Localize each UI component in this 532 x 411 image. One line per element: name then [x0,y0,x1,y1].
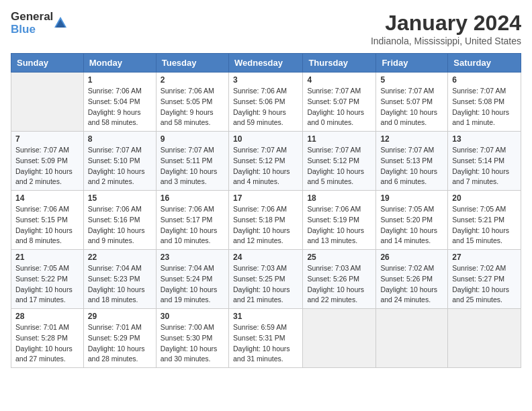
day-number: 15 [88,193,152,203]
logo-icon [53,15,68,33]
day-number: 23 [161,253,224,262]
calendar-cell: 8Sunrise: 7:07 AM Sunset: 5:10 PM Daylig… [83,132,156,191]
day-info: Sunrise: 7:07 AM Sunset: 5:12 PM Dayligh… [307,145,371,187]
day-info: Sunrise: 7:04 AM Sunset: 5:24 PM Dayligh… [161,263,224,306]
day-number: 9 [161,134,224,144]
calendar-cell: 25Sunrise: 7:03 AM Sunset: 5:26 PM Dayli… [303,250,376,309]
calendar-cell: 28Sunrise: 7:01 AM Sunset: 5:28 PM Dayli… [11,309,84,368]
day-info: Sunrise: 7:04 AM Sunset: 5:23 PM Dayligh… [88,263,152,306]
calendar-week-3: 14Sunrise: 7:06 AM Sunset: 5:15 PM Dayli… [11,191,521,250]
day-info: Sunrise: 7:07 AM Sunset: 5:12 PM Dayligh… [233,145,298,187]
calendar-cell [376,309,448,368]
day-info: Sunrise: 7:06 AM Sunset: 5:19 PM Dayligh… [307,204,371,246]
day-info: Sunrise: 7:07 AM Sunset: 5:07 PM Dayligh… [380,86,443,128]
calendar-cell: 15Sunrise: 7:06 AM Sunset: 5:16 PM Dayli… [83,191,156,250]
day-info: Sunrise: 7:07 AM Sunset: 5:09 PM Dayligh… [15,145,79,187]
calendar-cell: 20Sunrise: 7:05 AM Sunset: 5:21 PM Dayli… [448,191,521,250]
day-number: 21 [15,253,79,262]
calendar-cell: 11Sunrise: 7:07 AM Sunset: 5:12 PM Dayli… [303,132,376,191]
calendar-cell: 6Sunrise: 7:07 AM Sunset: 5:08 PM Daylig… [448,73,521,132]
day-number: 1 [88,75,152,85]
calendar-cell: 23Sunrise: 7:04 AM Sunset: 5:24 PM Dayli… [156,250,228,309]
logo-text: General Blue [11,11,53,36]
day-info: Sunrise: 7:03 AM Sunset: 5:25 PM Dayligh… [233,263,298,306]
header-cell-thursday: Thursday [303,54,376,73]
header-cell-sunday: Sunday [11,54,84,73]
day-info: Sunrise: 7:05 AM Sunset: 5:20 PM Dayligh… [380,204,443,246]
day-info: Sunrise: 7:07 AM Sunset: 5:11 PM Dayligh… [161,145,224,187]
calendar-cell: 31Sunrise: 6:59 AM Sunset: 5:31 PM Dayli… [228,309,302,368]
calendar-cell: 27Sunrise: 7:02 AM Sunset: 5:27 PM Dayli… [448,250,521,309]
day-number: 29 [88,312,152,321]
calendar-cell: 24Sunrise: 7:03 AM Sunset: 5:25 PM Dayli… [228,250,302,309]
day-info: Sunrise: 7:07 AM Sunset: 5:13 PM Dayligh… [380,145,443,187]
day-info: Sunrise: 7:00 AM Sunset: 5:30 PM Dayligh… [161,322,224,365]
logo: General Blue [11,11,68,36]
day-info: Sunrise: 7:07 AM Sunset: 5:07 PM Dayligh… [307,86,371,128]
day-number: 8 [88,134,152,144]
header-cell-wednesday: Wednesday [228,54,302,73]
calendar-week-1: 1Sunrise: 7:06 AM Sunset: 5:04 PM Daylig… [11,73,521,132]
calendar-cell [11,73,84,132]
day-info: Sunrise: 7:02 AM Sunset: 5:27 PM Dayligh… [452,263,517,306]
calendar-cell: 30Sunrise: 7:00 AM Sunset: 5:30 PM Dayli… [156,309,228,368]
day-number: 5 [380,75,443,85]
logo-blue: Blue [11,24,53,36]
day-info: Sunrise: 7:02 AM Sunset: 5:26 PM Dayligh… [380,263,443,306]
day-number: 27 [452,253,517,262]
header-cell-friday: Friday [376,54,448,73]
calendar-week-5: 28Sunrise: 7:01 AM Sunset: 5:28 PM Dayli… [11,309,521,368]
day-info: Sunrise: 7:01 AM Sunset: 5:28 PM Dayligh… [15,322,79,365]
day-number: 31 [233,312,298,321]
day-info: Sunrise: 7:06 AM Sunset: 5:18 PM Dayligh… [233,204,298,246]
calendar-cell: 3Sunrise: 7:06 AM Sunset: 5:06 PM Daylig… [228,73,302,132]
calendar-cell: 13Sunrise: 7:07 AM Sunset: 5:14 PM Dayli… [448,132,521,191]
day-info: Sunrise: 7:06 AM Sunset: 5:15 PM Dayligh… [15,204,79,246]
day-number: 16 [161,193,224,203]
day-number: 14 [15,193,79,203]
calendar-cell: 7Sunrise: 7:07 AM Sunset: 5:09 PM Daylig… [11,132,84,191]
calendar-cell: 21Sunrise: 7:05 AM Sunset: 5:22 PM Dayli… [11,250,84,309]
day-number: 12 [380,134,443,144]
calendar-cell: 14Sunrise: 7:06 AM Sunset: 5:15 PM Dayli… [11,191,84,250]
day-info: Sunrise: 6:59 AM Sunset: 5:31 PM Dayligh… [233,322,298,365]
day-number: 28 [15,312,79,321]
day-info: Sunrise: 7:07 AM Sunset: 5:08 PM Dayligh… [452,86,517,128]
day-info: Sunrise: 7:03 AM Sunset: 5:26 PM Dayligh… [307,263,371,306]
calendar-cell: 29Sunrise: 7:01 AM Sunset: 5:29 PM Dayli… [83,309,156,368]
page-title: January 2024 [371,11,521,36]
day-number: 24 [233,253,298,262]
page-header: General Blue January 2024 Indianola, Mis… [11,11,521,46]
day-number: 10 [233,134,298,144]
calendar-cell: 22Sunrise: 7:04 AM Sunset: 5:23 PM Dayli… [83,250,156,309]
title-block: January 2024 Indianola, Mississippi, Uni… [371,11,521,46]
day-info: Sunrise: 7:06 AM Sunset: 5:04 PM Dayligh… [88,86,152,128]
day-info: Sunrise: 7:06 AM Sunset: 5:17 PM Dayligh… [161,204,224,246]
day-number: 11 [307,134,371,144]
day-info: Sunrise: 7:07 AM Sunset: 5:14 PM Dayligh… [452,145,517,187]
calendar-cell: 9Sunrise: 7:07 AM Sunset: 5:11 PM Daylig… [156,132,228,191]
header-cell-tuesday: Tuesday [156,54,228,73]
day-number: 30 [161,312,224,321]
calendar-cell: 5Sunrise: 7:07 AM Sunset: 5:07 PM Daylig… [376,73,448,132]
calendar-cell [448,309,521,368]
calendar-cell: 17Sunrise: 7:06 AM Sunset: 5:18 PM Dayli… [228,191,302,250]
header-cell-saturday: Saturday [448,54,521,73]
calendar-header: SundayMondayTuesdayWednesdayThursdayFrid… [11,54,521,73]
day-number: 4 [307,75,371,85]
calendar-cell: 12Sunrise: 7:07 AM Sunset: 5:13 PM Dayli… [376,132,448,191]
day-number: 25 [307,253,371,262]
day-number: 17 [233,193,298,203]
day-info: Sunrise: 7:05 AM Sunset: 5:22 PM Dayligh… [15,263,79,306]
calendar-table: SundayMondayTuesdayWednesdayThursdayFrid… [11,53,521,368]
calendar-cell: 4Sunrise: 7:07 AM Sunset: 5:07 PM Daylig… [303,73,376,132]
day-info: Sunrise: 7:07 AM Sunset: 5:10 PM Dayligh… [88,145,152,187]
page-subtitle: Indianola, Mississippi, United States [371,36,521,46]
calendar-week-4: 21Sunrise: 7:05 AM Sunset: 5:22 PM Dayli… [11,250,521,309]
header-row: SundayMondayTuesdayWednesdayThursdayFrid… [11,54,521,73]
day-number: 13 [452,134,517,144]
day-info: Sunrise: 7:06 AM Sunset: 5:16 PM Dayligh… [88,204,152,246]
calendar-cell: 18Sunrise: 7:06 AM Sunset: 5:19 PM Dayli… [303,191,376,250]
calendar-cell: 26Sunrise: 7:02 AM Sunset: 5:26 PM Dayli… [376,250,448,309]
day-number: 2 [161,75,224,85]
